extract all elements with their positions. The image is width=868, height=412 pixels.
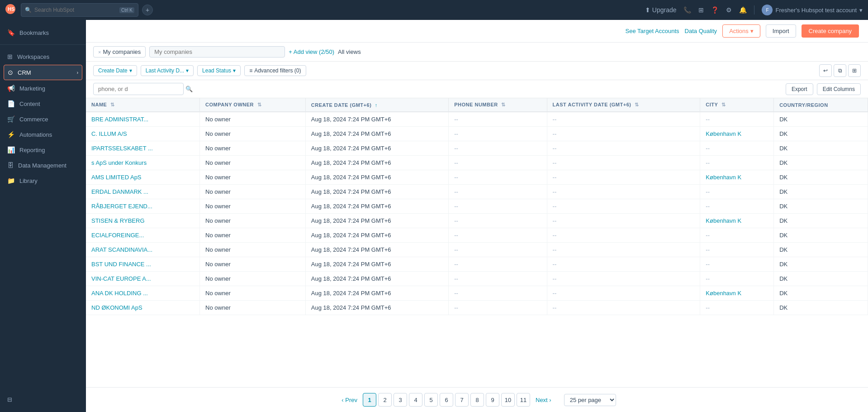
cell-name[interactable]: BRE ADMINISTRAT... — [86, 112, 200, 127]
create-date-filter[interactable]: Create Date ▾ — [93, 65, 137, 76]
user-menu[interactable]: F Fresher's Hubspot test account ▾ — [762, 5, 863, 15]
cell-name[interactable]: BST UND FINANCE ... — [86, 257, 200, 272]
cell-country: DK — [774, 214, 868, 228]
upgrade-button[interactable]: ⬆ Upgrade — [645, 6, 677, 14]
settings-icon[interactable]: ⚙ — [726, 6, 732, 14]
cell-name[interactable]: IPARTSSELSKABET ... — [86, 141, 200, 156]
help-icon[interactable]: ❓ — [711, 6, 719, 14]
cell-last-activity: -- — [547, 156, 700, 170]
cell-name[interactable]: ND ØKONOMI ApS — [86, 301, 200, 315]
per-page-select[interactable]: 25 per page 50 per page 100 per page — [564, 394, 616, 406]
copy-button[interactable]: ⧉ — [834, 64, 846, 77]
cell-city: -- — [700, 243, 774, 257]
cell-city: København K — [700, 170, 774, 185]
close-tab-icon[interactable]: × — [98, 49, 101, 55]
sidebar-item-marketing[interactable]: 📢 Marketing — [0, 81, 86, 96]
col-name[interactable]: NAME ⇅ — [86, 98, 200, 112]
undo-button[interactable]: ↩ — [819, 64, 832, 77]
table-row: IPARTSSELSKABET ... No owner Aug 18, 202… — [86, 141, 868, 156]
cell-phone: -- — [449, 141, 547, 156]
page-button-7[interactable]: 7 — [455, 393, 469, 407]
cell-name[interactable]: RÅBJERGET EJEND... — [86, 199, 200, 214]
col-city[interactable]: CITY ⇅ — [700, 98, 774, 112]
page-button-1[interactable]: 1 — [363, 393, 376, 407]
export-button[interactable]: Export — [786, 83, 813, 95]
sidebar-item-commerce[interactable]: 🛒 Commerce — [0, 112, 86, 126]
page-button-11[interactable]: 11 — [517, 393, 530, 407]
table-search-input[interactable] — [93, 83, 184, 95]
col-last-activity[interactable]: LAST ACTIVITY DATE (GMT+6) ⇅ — [547, 98, 700, 112]
cell-name[interactable]: C. ILLUM A/S — [86, 127, 200, 141]
sidebar-item-crm[interactable]: ⊙ CRM › — [4, 65, 82, 80]
page-button-4[interactable]: 4 — [409, 393, 422, 407]
col-phone[interactable]: PHONE NUMBER ⇅ — [449, 98, 547, 112]
cell-create-date: Aug 18, 2024 7:24 PM GMT+6 — [305, 127, 448, 141]
cell-create-date: Aug 18, 2024 7:24 PM GMT+6 — [305, 272, 448, 286]
actions-button[interactable]: Actions ▾ — [722, 24, 760, 38]
create-company-button[interactable]: Create company — [802, 24, 859, 38]
col-create-date[interactable]: CREATE DATE (GMT+6) ↑ — [305, 98, 448, 112]
next-page-button[interactable]: Next › — [532, 397, 555, 403]
table-search-icon[interactable]: 🔍 — [185, 86, 193, 92]
page-button-3[interactable]: 3 — [394, 393, 407, 407]
bookmark-icon: 🔖 — [7, 29, 15, 36]
page-button-2[interactable]: 2 — [378, 393, 392, 407]
undo-redo-group: ↩ ⧉ ⊞ — [819, 64, 861, 77]
search-bar[interactable]: 🔍 Ctrl K — [21, 3, 138, 17]
columns-button[interactable]: ⊞ — [848, 64, 861, 77]
lead-status-filter[interactable]: Lead Status ▾ — [197, 65, 241, 76]
page-button-6[interactable]: 6 — [440, 393, 453, 407]
sidebar-item-label: Library — [19, 177, 38, 184]
last-activity-filter[interactable]: Last Activity D... ▾ — [141, 65, 194, 76]
notifications-icon[interactable]: 🔔 — [739, 6, 747, 14]
sidebar-item-workspaces[interactable]: ⊞ Workspaces — [0, 49, 86, 64]
cell-country: DK — [774, 112, 868, 127]
sidebar-item-label: Reporting — [19, 147, 45, 153]
cell-create-date: Aug 18, 2024 7:24 PM GMT+6 — [305, 112, 448, 127]
phone-icon[interactable]: 📞 — [683, 6, 691, 14]
search-input[interactable] — [34, 7, 117, 13]
sidebar-item-library[interactable]: 📁 Library — [0, 173, 86, 188]
data-quality-button[interactable]: Data Quality — [685, 28, 717, 34]
view-filter-input[interactable] — [149, 46, 285, 57]
sidebar-item-automations[interactable]: ⚡ Automations — [0, 127, 86, 142]
see-target-accounts-button[interactable]: See Target Accounts — [626, 28, 679, 34]
cell-name[interactable]: ECIALFOREINGE... — [86, 228, 200, 243]
cell-name[interactable]: ARAT SCANDINAVIA... — [86, 243, 200, 257]
sidebar-item-bookmarks[interactable]: 🔖 Bookmarks — [0, 25, 86, 40]
edit-columns-button[interactable]: Edit Columns — [817, 83, 861, 95]
cell-name[interactable]: VIN-CAT EUROPE A... — [86, 272, 200, 286]
page-button-5[interactable]: 5 — [424, 393, 438, 407]
view-tab-my-companies[interactable]: × My companies — [93, 46, 146, 57]
cell-owner: No owner — [200, 272, 306, 286]
cell-city: -- — [700, 185, 774, 199]
col-owner[interactable]: COMPANY OWNER ⇅ — [200, 98, 306, 112]
cell-owner: No owner — [200, 112, 306, 127]
cell-owner: No owner — [200, 228, 306, 243]
import-button[interactable]: Import — [766, 24, 796, 38]
cell-name[interactable]: ANA DK HOLDING ... — [86, 286, 200, 301]
add-view-button[interactable]: + Add view (2/50) — [289, 48, 334, 55]
grid-icon[interactable]: ⊞ — [698, 6, 704, 14]
sidebar-collapse-button[interactable]: ⊟ — [0, 393, 86, 407]
sidebar-item-data-management[interactable]: 🗄 Data Management — [0, 158, 86, 172]
cell-last-activity: -- — [547, 199, 700, 214]
cell-name[interactable]: s ApS under Konkurs — [86, 156, 200, 170]
sidebar-item-reporting[interactable]: 📊 Reporting — [0, 143, 86, 157]
add-tab-button[interactable]: + — [142, 5, 153, 15]
cell-name[interactable]: ERDAL DANMARK ... — [86, 185, 200, 199]
cell-phone: -- — [449, 243, 547, 257]
table-row: s ApS under Konkurs No owner Aug 18, 202… — [86, 156, 868, 170]
advanced-filters-button[interactable]: ≡ Advanced filters (0) — [244, 65, 306, 76]
all-views-button[interactable]: All views — [338, 48, 361, 55]
page-button-8[interactable]: 8 — [470, 393, 484, 407]
page-button-10[interactable]: 10 — [501, 393, 515, 407]
sidebar-item-content[interactable]: 📄 Content — [0, 96, 86, 111]
commerce-icon: 🛒 — [7, 115, 15, 123]
prev-page-button[interactable]: ‹ Prev — [338, 397, 361, 403]
cell-name[interactable]: AMS LIMITED ApS — [86, 170, 200, 185]
cell-name[interactable]: STISEN & RYBERG — [86, 214, 200, 228]
sidebar-item-label: Bookmarks — [19, 29, 49, 36]
page-button-9[interactable]: 9 — [486, 393, 499, 407]
chevron-down-icon: ▾ — [186, 67, 189, 74]
